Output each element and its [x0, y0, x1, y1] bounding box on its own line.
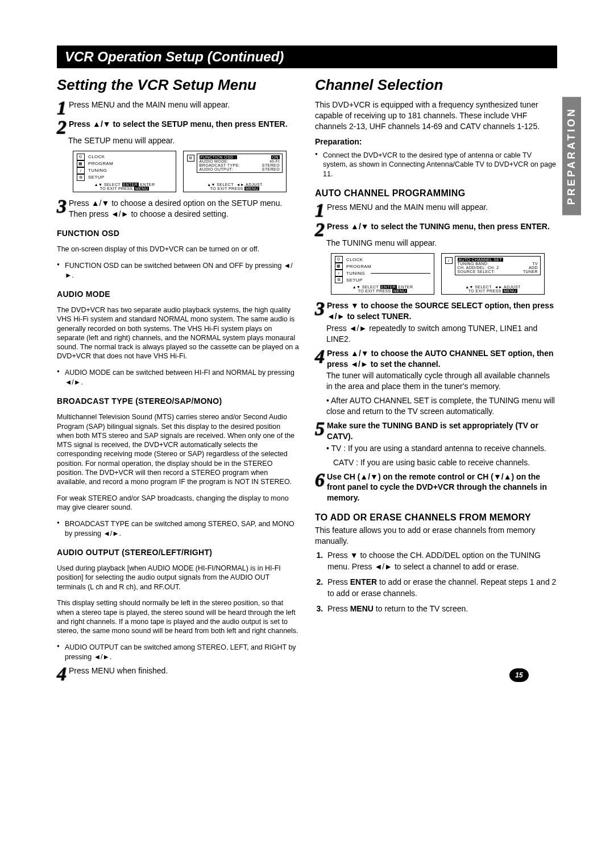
- section-heading: Channel Selection: [315, 76, 557, 94]
- osd-item: AUDIO MODE:: [200, 159, 229, 163]
- prep-heading: Preparation:: [315, 137, 362, 146]
- osd-footer: TO EXIT PRESS: [210, 187, 243, 191]
- osd-footer: SELECT: [104, 183, 121, 187]
- step-number: 5: [315, 420, 325, 436]
- osd-item: TUNING: [88, 168, 107, 173]
- title-bar: VCR Operation Setup (Continued): [57, 46, 557, 68]
- step-number: 4: [315, 348, 325, 364]
- osd-footer: ENTER: [380, 285, 397, 289]
- step-6: 6 Use CH (▲/▼) on the remote control or …: [315, 472, 557, 504]
- step-note: • TV : If you are using a standard anten…: [326, 443, 557, 454]
- step-number: 3: [57, 198, 67, 214]
- step-note: The tuner will automatically cycle throu…: [326, 370, 557, 392]
- osd-value: TUNER: [523, 270, 538, 274]
- osd-value: ON: [271, 155, 280, 159]
- paragraph: The DVD+VCR has two separate audio playb…: [57, 305, 299, 361]
- left-column: Setting the VCR Setup Menu 1 Press MENU …: [57, 76, 299, 682]
- paragraph: Multichannel Television Sound (MTS) carr…: [57, 412, 299, 486]
- sub-heading: AUDIO OUTPUT (STEREO/LEFT/RIGHT): [57, 548, 299, 557]
- osd-item: AUTO CHANNEL SET: [458, 258, 503, 262]
- step-number: 2: [57, 119, 67, 135]
- list-item: Press MENU to return to the TV screen.: [325, 604, 557, 615]
- osd-illustration: ⏲CLOCK ▦PROGRAM ♪TUNING ⚙SETUP ▲▼ SELECT…: [331, 253, 557, 295]
- osd-footer: TO EXIT PRESS: [100, 187, 133, 191]
- osd-item: SETUP: [88, 175, 105, 180]
- step-number: 2: [315, 221, 325, 237]
- osd-footer: SELECT: [475, 285, 492, 289]
- step-note: CATV : If you are using basic cable to r…: [333, 457, 557, 468]
- step-text: Press ▲/▼ to choose a desired option on …: [69, 198, 299, 220]
- step-2: 2 Press ▲/▼ to select the SETUP menu, th…: [57, 119, 299, 135]
- step-text: Make sure the TUNING BAND is set appropr…: [327, 421, 538, 441]
- section-heading: Setting the VCR Setup Menu: [57, 76, 299, 94]
- osd-item: SOURCE SELECT:: [458, 270, 495, 274]
- step-3: 3 Press ▼ to choose the SOURCE SELECT op…: [315, 300, 557, 322]
- step-4: 4 Press ▲/▼ to choose the AUTO CHANNEL S…: [315, 348, 557, 370]
- bullet: AUDIO OUTPUT can be switched among STERE…: [65, 643, 299, 662]
- osd-footer: ADJUST: [246, 183, 263, 187]
- osd-illustration: ⏲CLOCK ▦PROGRAM ♪TUNING ⚙SETUP ▲▼ SELECT…: [73, 151, 299, 192]
- step-text: Press ▲/▼ to select the SETUP menu, then…: [69, 119, 288, 129]
- paragraph: This DVD+VCR is equipped with a frequenc…: [315, 100, 557, 132]
- osd-value: TV: [532, 262, 538, 266]
- right-column: Channel Selection This DVD+VCR is equipp…: [315, 76, 557, 682]
- bullet: BROADCAST TYPE can be switched among STE…: [65, 519, 299, 539]
- osd-footer: MENU: [503, 289, 517, 293]
- osd-item: PROGRAM: [346, 264, 371, 269]
- osd-item: CLOCK: [346, 257, 363, 262]
- osd-value: STEREO: [262, 163, 280, 167]
- osd-item: FUNCTION OSD :: [200, 155, 238, 159]
- bullet: Connect the DVD+VCR to the desired type …: [323, 151, 557, 180]
- osd-footer: MENU: [244, 187, 259, 191]
- osd-item: PROGRAM: [88, 161, 113, 166]
- sub-heading: BROADCAST TYPE (STEREO/SAP/MONO): [57, 396, 299, 406]
- osd-setup-menu: ⚙ FUNCTION OSD :ON AUDIO MODE:HI-FI BROA…: [183, 151, 287, 192]
- page-number: 15: [509, 668, 529, 682]
- paragraph: Used during playback [when AUDIO MODE (H…: [57, 564, 299, 592]
- bullet: AUDIO MODE can be switched between HI-FI…: [65, 368, 299, 387]
- sub-heading: AUTO CHANNEL PROGRAMMING: [315, 188, 557, 199]
- list-item: Press ENTER to add or erase the channel.…: [325, 577, 557, 599]
- osd-item: TUNING: [346, 271, 365, 276]
- step-text: Use CH (▲/▼) on the remote control or CH…: [327, 472, 547, 503]
- paragraph: This feature allows you to add or erase …: [315, 525, 557, 547]
- osd-main-menu: ⏲CLOCK ▦PROGRAM ♪TUNING ⚙SETUP ▲▼ SELECT…: [331, 253, 434, 295]
- step-text: Press ▼ to choose the SOURCE SELECT opti…: [327, 301, 554, 321]
- step-4: 4 Press MENU when finished.: [57, 666, 299, 681]
- step-2: 2 Press ▲/▼ to select the TUNING menu, t…: [315, 221, 557, 237]
- osd-item: TUNING BAND:: [458, 262, 489, 266]
- list-item: Press ▼ to choose the CH. ADD/DEL option…: [325, 550, 557, 572]
- step-text: Press ▲/▼ to select the TUNING menu, the…: [327, 222, 550, 231]
- step-number: 4: [57, 666, 67, 681]
- step-number: 1: [57, 100, 67, 115]
- osd-item: CH. ADD/DEL: CH. 2: [458, 266, 499, 270]
- step-number: 3: [315, 300, 325, 316]
- osd-footer: ENTER: [122, 183, 139, 187]
- step-5: 5 Make sure the TUNING BAND is set appro…: [315, 420, 557, 442]
- step-note: The TUNING menu will appear.: [326, 238, 557, 249]
- step-1: 1 Press MENU and the MAIN menu will appe…: [315, 202, 557, 218]
- osd-value: STEREO: [262, 167, 280, 171]
- step-text: Press MENU and the MAIN menu will appear…: [327, 202, 488, 213]
- step-3: 3 Press ▲/▼ to choose a desired option o…: [57, 198, 299, 220]
- osd-item: CLOCK: [88, 154, 105, 159]
- step-note: The SETUP menu will appear.: [68, 135, 299, 146]
- step-1: 1 Press MENU and the MAIN menu will appe…: [57, 100, 299, 115]
- step-number: 6: [315, 472, 325, 487]
- osd-footer: TO EXIT PRESS: [358, 289, 391, 293]
- osd-footer: TO EXIT PRESS: [468, 289, 501, 293]
- osd-footer: SELECT: [217, 183, 234, 187]
- bullet: FUNCTION OSD can be switched between ON …: [65, 261, 299, 280]
- step-note: Press ◄/► repeatedly to switch among TUN…: [326, 323, 557, 345]
- osd-value: HI-FI: [269, 159, 280, 163]
- osd-footer: SELECT: [362, 285, 379, 289]
- paragraph: The on-screen display of this DVD+VCR ca…: [57, 245, 299, 254]
- sub-heading: FUNCTION OSD: [57, 229, 299, 238]
- paragraph: This display setting should normally be …: [57, 598, 299, 635]
- osd-item: BROADCAST TYPE:: [200, 163, 240, 167]
- sub-heading: AUDIO MODE: [57, 290, 299, 299]
- step-text: Press MENU when finished.: [69, 666, 168, 676]
- numbered-list: Press ▼ to choose the CH. ADD/DEL option…: [315, 550, 557, 615]
- osd-tuning-menu: ♪ AUTO CHANNEL SET TUNING BAND:TV CH. AD…: [441, 253, 545, 295]
- osd-footer: MENU: [134, 187, 149, 191]
